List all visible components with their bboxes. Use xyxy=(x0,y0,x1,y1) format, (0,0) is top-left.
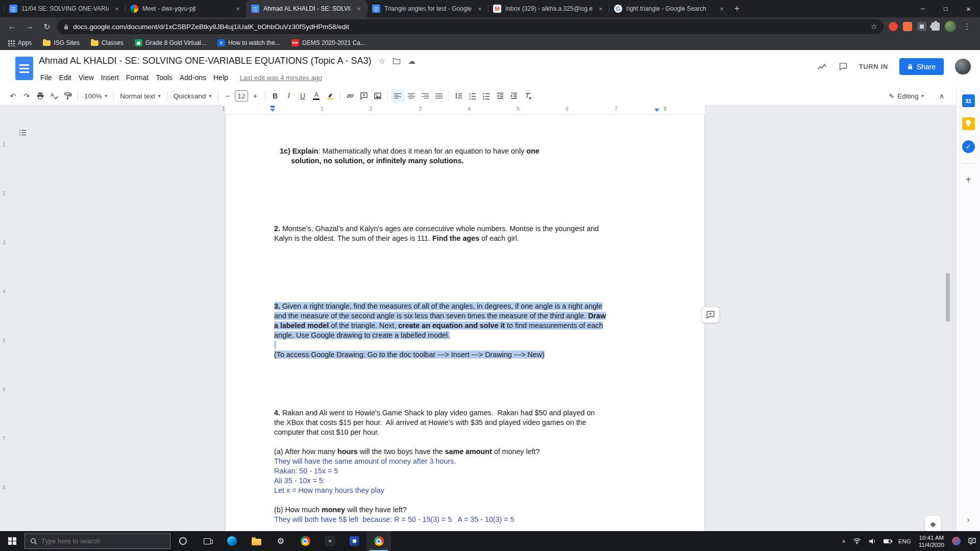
bookmark-item[interactable]: DEMS 2020-2021 Ca... xyxy=(291,39,365,46)
doc-blank-line[interactable] xyxy=(274,340,661,350)
clear-formatting-button[interactable] xyxy=(521,89,534,103)
tab-close-icon[interactable]: × xyxy=(597,5,605,13)
people-tray-icon[interactable] xyxy=(948,531,964,551)
wifi-icon[interactable] xyxy=(849,531,865,551)
spellcheck-button[interactable]: A xyxy=(47,89,61,103)
text-color-button[interactable]: A xyxy=(310,89,323,103)
add-comment-button[interactable] xyxy=(357,89,371,103)
menu-item[interactable]: Insert xyxy=(97,72,122,83)
font-size-value[interactable]: 12 xyxy=(235,90,248,102)
doc-paragraph[interactable]: 1c) Explain: Mathematically what does it… xyxy=(274,146,661,166)
task-view-button[interactable] xyxy=(195,531,219,551)
tab-close-icon[interactable]: × xyxy=(718,5,726,13)
insert-link-button[interactable] xyxy=(344,89,357,103)
bookmark-item[interactable]: Classes xyxy=(91,39,124,46)
extension-icon-2[interactable] xyxy=(917,22,926,31)
activity-chart-icon[interactable] xyxy=(817,63,827,70)
hide-side-panel-icon[interactable]: › xyxy=(967,515,970,525)
menu-item[interactable]: Edit xyxy=(56,72,75,83)
window-maximize-button[interactable]: □ xyxy=(934,0,957,17)
bulleted-list-button[interactable] xyxy=(480,89,493,103)
browser-tab[interactable]: right triangle - Google Search × xyxy=(609,0,730,17)
doc-blank-line[interactable] xyxy=(274,166,661,176)
menu-item[interactable]: Format xyxy=(122,72,152,83)
doc-page-content[interactable]: 1c) Explain: Mathematically what does it… xyxy=(274,146,661,524)
doc-paragraph[interactable]: 3. Given a right triangle, find the meas… xyxy=(274,302,661,340)
tab-close-icon[interactable]: × xyxy=(355,5,363,13)
action-center-icon[interactable] xyxy=(964,531,980,551)
menu-item[interactable]: Help xyxy=(210,72,232,83)
document-page[interactable]: 1c) Explain: Mathematically what does it… xyxy=(225,115,705,531)
adblock-extension-icon[interactable] xyxy=(889,22,898,31)
bookmark-star-icon[interactable]: ☆ xyxy=(871,22,877,31)
bold-button[interactable]: B xyxy=(268,89,282,103)
doc-blank-line[interactable] xyxy=(274,398,661,408)
add-comment-float-button[interactable] xyxy=(701,307,720,323)
document-scrollbar[interactable] xyxy=(945,115,950,531)
line-spacing-button[interactable] xyxy=(452,89,465,103)
browser-tab[interactable]: 11/04 SE: SOLVING ONE-VARIABL × xyxy=(4,0,125,17)
tray-expand-icon[interactable]: ∧ xyxy=(838,531,849,551)
doc-blank-line[interactable] xyxy=(274,263,661,272)
battery-icon[interactable] xyxy=(880,531,895,551)
doc-blank-line[interactable] xyxy=(274,292,661,302)
browser-tab[interactable]: Ahmad AL KHALDI - SE: SOLVING × xyxy=(246,0,367,17)
forward-button[interactable]: → xyxy=(22,19,37,34)
doc-paragraph[interactable]: (b) How much money will they have left? xyxy=(274,505,661,515)
menu-item[interactable]: View xyxy=(75,72,97,83)
menu-item[interactable]: Add-ons xyxy=(176,72,210,83)
underline-button[interactable]: U xyxy=(296,89,309,103)
doc-paragraph[interactable]: 4. Rakan and Ali went to Howie's Game Sh… xyxy=(274,408,661,437)
bookmark-item[interactable]: Apps xyxy=(7,39,32,46)
doc-blank-line[interactable] xyxy=(274,437,661,447)
browser-menu-icon[interactable]: ⋮ xyxy=(961,22,973,31)
edge-button[interactable] xyxy=(219,531,244,551)
doc-blank-line[interactable] xyxy=(274,243,661,253)
taskbar-search[interactable] xyxy=(24,533,170,549)
italic-button[interactable]: I xyxy=(282,89,296,103)
menu-item[interactable]: Tools xyxy=(152,72,176,83)
redo-button[interactable]: ↷ xyxy=(20,89,33,103)
url-text[interactable]: docs.google.com/document/d/1xCSBPZeBtky8… xyxy=(73,23,867,31)
browser-tab[interactable]: Inbox (329) - alkha.a.325@isg.ed × xyxy=(488,0,609,17)
app-button-blue[interactable] xyxy=(342,531,366,551)
address-bar[interactable]: docs.google.com/document/d/1xCSBPZeBtky8… xyxy=(57,19,884,34)
align-right-button[interactable] xyxy=(419,89,432,103)
paint-format-button[interactable] xyxy=(61,89,75,103)
doc-blank-line[interactable] xyxy=(274,389,661,398)
doc-paragraph[interactable]: Ali 35 - 10x = 5: xyxy=(274,476,661,486)
language-indicator[interactable]: ENG xyxy=(895,531,915,551)
undo-button[interactable]: ↶ xyxy=(6,89,19,103)
first-line-indent-marker[interactable] xyxy=(271,106,275,108)
start-button[interactable] xyxy=(0,531,24,551)
right-indent-marker[interactable] xyxy=(654,109,659,112)
doc-blank-line[interactable] xyxy=(274,369,661,379)
bookmark-item[interactable]: Grade 8 Gold Virtual... xyxy=(135,39,206,46)
font-size-decrease-button[interactable]: − xyxy=(221,89,234,103)
share-button[interactable]: Share xyxy=(899,58,944,75)
align-justify-button[interactable] xyxy=(432,89,446,103)
tasks-icon[interactable]: ✓ xyxy=(962,140,975,153)
mode-dropdown[interactable]: ✎ Editing ▾ xyxy=(886,89,927,103)
doc-blank-line[interactable] xyxy=(274,379,661,389)
doc-blank-line[interactable] xyxy=(274,360,661,369)
window-close-button[interactable]: × xyxy=(957,0,980,17)
chrome-active-button[interactable] xyxy=(366,531,391,551)
extensions-puzzle-icon[interactable] xyxy=(932,22,940,31)
user-avatar[interactable] xyxy=(955,59,971,74)
add-addon-button[interactable]: + xyxy=(965,174,971,186)
explore-button[interactable]: ◆ xyxy=(925,516,941,531)
doc-paragraph[interactable]: They will have the same amount of money … xyxy=(274,457,661,466)
browser-tab[interactable]: Meet - dwx-yqvu-pjt × xyxy=(125,0,246,17)
highlight-color-button[interactable] xyxy=(324,89,337,103)
doc-blank-line[interactable] xyxy=(274,253,661,263)
cortana-button[interactable] xyxy=(170,531,195,551)
app-button-dark[interactable] xyxy=(317,531,342,551)
bookmark-item[interactable]: How to watch the... xyxy=(217,39,280,46)
comment-history-icon[interactable] xyxy=(839,62,848,71)
doc-paragraph[interactable]: They will both have 5$ left because: R =… xyxy=(274,515,661,524)
window-minimize-button[interactable]: ─ xyxy=(911,0,934,17)
doc-blank-line[interactable] xyxy=(274,205,661,214)
document-outline-toggle[interactable] xyxy=(17,127,29,138)
doc-paragraph[interactable]: 2. Montse's, Ghazal's and Kalyn's ages a… xyxy=(274,224,661,243)
